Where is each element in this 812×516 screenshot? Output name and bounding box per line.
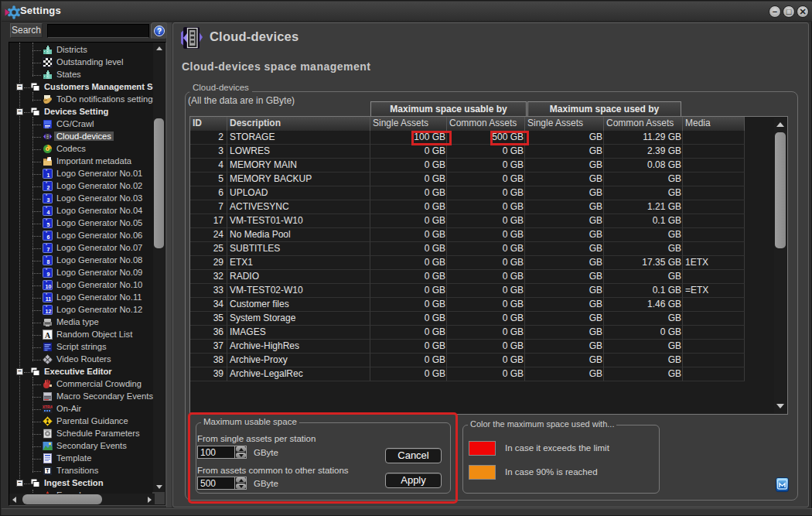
svg-text:11: 11 xyxy=(46,296,52,302)
svg-text:7: 7 xyxy=(47,247,50,252)
svg-text:8: 8 xyxy=(47,259,50,265)
svg-text:4: 4 xyxy=(47,210,50,215)
svg-text:1: 1 xyxy=(47,173,50,178)
svg-text:A: A xyxy=(45,331,51,340)
svg-text:3: 3 xyxy=(47,197,50,203)
svg-text:5: 5 xyxy=(47,222,50,227)
svg-text:9: 9 xyxy=(47,272,50,277)
svg-text:2: 2 xyxy=(47,185,50,190)
svg-text:12: 12 xyxy=(46,309,52,314)
svg-text:6: 6 xyxy=(47,234,50,240)
svg-text:10: 10 xyxy=(46,284,52,289)
svg-text:T: T xyxy=(46,468,49,473)
svg-text:XTRA: XTRA xyxy=(43,405,53,409)
